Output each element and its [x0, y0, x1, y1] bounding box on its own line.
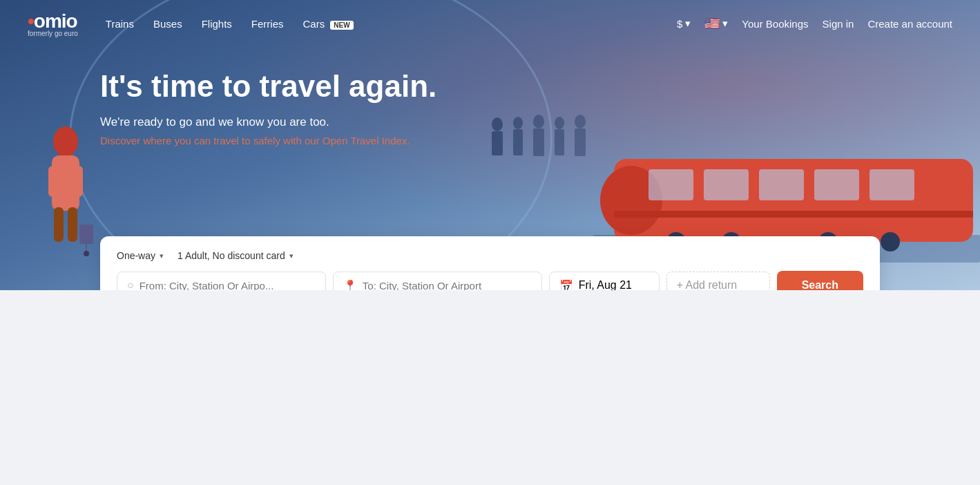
hero-subtitle: We're ready to go and we know you are to…	[100, 115, 436, 129]
return-date-picker[interactable]: + Add return	[666, 272, 770, 290]
svg-point-31	[84, 251, 89, 256]
hero-title: It's time to travel again.	[100, 69, 436, 104]
hero-link[interactable]: Discover where you can travel to safely …	[100, 135, 410, 146]
hero-left-person	[35, 124, 97, 263]
svg-point-12	[881, 232, 900, 251]
trip-type-chevron: ▾	[160, 251, 164, 260]
svg-rect-7	[869, 169, 914, 200]
language-selector[interactable]: 🇺🇸 ▾	[704, 16, 728, 31]
svg-point-17	[533, 115, 544, 129]
to-input[interactable]	[363, 280, 532, 291]
search-box-wrapper: One-way ▾ 1 Adult, No discount card ▾ ○ …	[100, 236, 880, 290]
logo-sub: formerly go euro	[28, 30, 78, 37]
svg-rect-3	[648, 169, 693, 200]
to-input-wrap[interactable]: 📍	[333, 272, 542, 291]
svg-rect-27	[54, 207, 64, 242]
svg-rect-26	[75, 166, 83, 197]
svg-rect-25	[48, 166, 57, 197]
svg-rect-4	[704, 169, 749, 200]
svg-rect-16	[513, 129, 523, 155]
svg-point-15	[513, 117, 523, 129]
svg-rect-18	[533, 129, 544, 156]
currency-selector[interactable]: $ ▾	[677, 17, 691, 30]
from-input-wrap[interactable]: ○	[117, 272, 326, 290]
nav-flights[interactable]: Flights	[202, 18, 232, 30]
search-button[interactable]: Search	[777, 271, 863, 290]
date-picker[interactable]: 📅 Fri, Aug 21	[549, 272, 660, 291]
hero-people-illustration	[477, 97, 615, 180]
svg-rect-8	[614, 211, 973, 218]
new-badge: NEW	[330, 21, 353, 30]
nav-links: Trains Buses Flights Ferries Cars NEW	[106, 18, 677, 30]
svg-rect-28	[68, 207, 77, 242]
svg-rect-29	[79, 225, 93, 244]
nav-ferries[interactable]: Ferries	[251, 18, 284, 30]
svg-rect-20	[555, 129, 564, 155]
flag-icon: 🇺🇸	[704, 16, 720, 31]
trip-type-selector[interactable]: One-way ▾	[117, 250, 164, 261]
svg-point-21	[575, 115, 586, 129]
nav-cars[interactable]: Cars NEW	[303, 18, 354, 30]
search-fields-row: ○ 📍 📅 Fri, Aug 21 + Add return Search	[117, 271, 863, 290]
svg-point-19	[555, 117, 564, 129]
search-box: One-way ▾ 1 Adult, No discount card ▾ ○ …	[100, 236, 880, 290]
logo[interactable]: •omio formerly go euro	[28, 10, 78, 37]
svg-rect-5	[759, 169, 804, 200]
from-location-icon: ○	[127, 279, 134, 290]
to-location-icon: 📍	[343, 279, 357, 291]
svg-rect-6	[814, 169, 859, 200]
nav-trains[interactable]: Trains	[106, 18, 134, 30]
svg-rect-22	[575, 129, 586, 156]
svg-rect-14	[492, 131, 503, 155]
hero-content: It's time to travel again. We're ready t…	[100, 69, 436, 147]
nav-right: $ ▾ 🇺🇸 ▾ Your Bookings Sign in Create an…	[677, 16, 952, 31]
from-input[interactable]	[140, 280, 316, 291]
calendar-icon: 📅	[559, 279, 573, 291]
currency-chevron: ▾	[685, 17, 691, 30]
your-bookings-link[interactable]: Your Bookings	[742, 18, 808, 30]
svg-point-13	[492, 117, 503, 131]
nav-buses[interactable]: Buses	[153, 18, 182, 30]
logo-dot: •	[28, 10, 34, 32]
svg-point-23	[53, 126, 78, 157]
passengers-selector[interactable]: 1 Adult, No discount card ▾	[177, 250, 294, 261]
lang-chevron: ▾	[722, 17, 728, 30]
create-account-link[interactable]: Create an account	[867, 18, 952, 30]
navbar: •omio formerly go euro Trains Buses Flig…	[0, 0, 980, 47]
search-top-controls: One-way ▾ 1 Adult, No discount card ▾	[117, 250, 863, 261]
sign-in-link[interactable]: Sign in	[823, 18, 854, 30]
passengers-chevron: ▾	[289, 251, 294, 260]
